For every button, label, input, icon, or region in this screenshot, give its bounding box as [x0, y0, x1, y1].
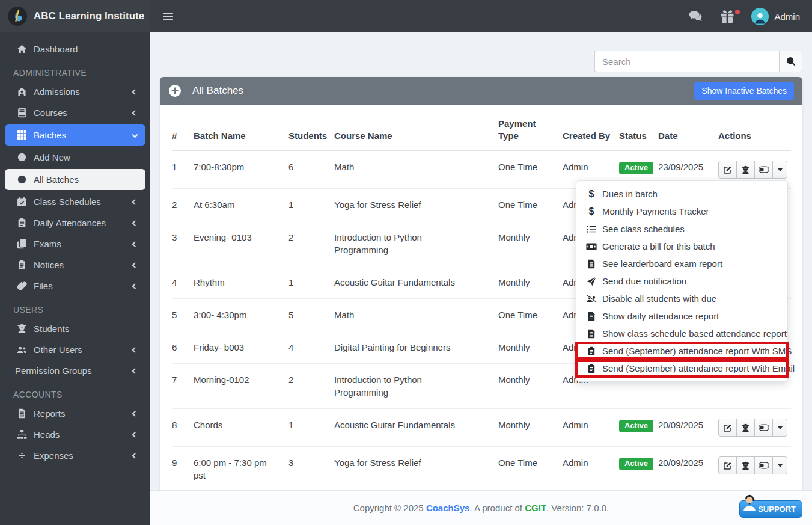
brand-title: ABC Learning Institute [34, 10, 144, 22]
panel-title: All Batches [192, 85, 243, 97]
dollar-icon: $ [586, 207, 597, 216]
edit-icon [723, 165, 732, 174]
batch-students-button[interactable] [736, 161, 755, 179]
sidebar-item-courses[interactable]: Courses [0, 102, 150, 123]
support-button[interactable]: SUPPORT [739, 500, 802, 518]
clipboard-icon [17, 260, 27, 270]
batch-students-button[interactable] [736, 456, 755, 474]
col-header-batch-name: Batch Name [194, 105, 288, 151]
sidebar-item-expenses[interactable]: ÷ Expenses [0, 445, 150, 466]
notification-dot [735, 10, 740, 14]
sidebar-item-batches[interactable]: Batches [5, 124, 145, 146]
calendar-check-icon [17, 197, 27, 207]
menu-item-see-class-schedules[interactable]: See class schedules [576, 220, 787, 238]
sidebar-item-exams[interactable]: Exams [0, 233, 150, 254]
sidebar-item-all-batches[interactable]: All Batches [5, 169, 145, 190]
edit-batch-button[interactable] [718, 419, 737, 437]
caret-down-icon [777, 462, 783, 468]
support-agent-icon [740, 492, 759, 512]
sitemap-icon [17, 429, 27, 440]
clipboard-icon [586, 364, 597, 373]
top-navbar: ABC Learning Institute Admin [0, 0, 812, 32]
chevron-left-icon [132, 453, 138, 459]
menu-item-dues-in-batch[interactable]: $ Dues in batch [576, 185, 787, 203]
sidebar-toggle-button[interactable] [155, 4, 180, 28]
search-input[interactable] [594, 51, 779, 72]
menu-item-disable-students-with-due[interactable]: Disable all students with due [576, 290, 787, 307]
user-graduate-icon [17, 324, 27, 334]
add-batch-button[interactable] [168, 84, 182, 97]
search-button[interactable] [779, 51, 802, 72]
app-root: ABC Learning Institute Admin Dashboard A… [0, 0, 812, 525]
col-header-actions: Actions [718, 105, 791, 151]
menu-item-send-due-notification[interactable]: Send due notification [576, 272, 787, 290]
menu-item-monthly-payments-tracker[interactable]: $ Monthly Payments Tracker [576, 203, 787, 220]
toggle-icon [759, 462, 769, 469]
col-header-course-name: Course Name [334, 105, 498, 151]
sidebar: Dashboard ADMINISTRATIVE Admissions Cour… [0, 32, 150, 525]
chevron-left-icon [132, 241, 138, 247]
sidebar-item-other-users[interactable]: Other Users [0, 339, 150, 360]
more-actions-dropdown-toggle[interactable] [772, 419, 787, 437]
more-actions-dropdown-toggle[interactable] [772, 456, 787, 474]
user-graduate-icon [741, 461, 750, 470]
batch-actions-menu: $ Dues in batch $ Monthly Payments Track… [576, 180, 788, 382]
sidebar-item-notices[interactable]: Notices [0, 254, 150, 275]
sidebar-section-users: USERS [0, 296, 150, 318]
menu-item-daily-attendance-report[interactable]: Show daily attendance report [576, 307, 787, 325]
more-actions-dropdown-toggle[interactable] [772, 161, 787, 179]
copyright-text: Copyright © 2025 CoachSys. A product of … [353, 503, 609, 513]
menu-item-leaderboard-exam-report[interactable]: See learderboard exam report [576, 255, 787, 272]
sidebar-item-heads[interactable]: Heads [0, 424, 150, 445]
chat-icon [689, 9, 703, 23]
sidebar-item-class-schedules[interactable]: Class Schedules [0, 191, 150, 212]
col-header-date: Date [658, 105, 718, 151]
rewards-button[interactable] [720, 9, 734, 23]
row-actions [718, 419, 787, 437]
toggle-status-button[interactable] [754, 419, 773, 437]
menu-item-class-schedule-attendance-report[interactable]: Show class schedule based attendance rep… [576, 325, 787, 342]
show-inactive-batches-button[interactable]: Show Inactive Batches [694, 82, 794, 100]
navbar-right: Admin [689, 8, 812, 25]
toggle-status-button[interactable] [754, 161, 773, 179]
edit-batch-button[interactable] [718, 456, 737, 474]
sidebar-item-dashboard[interactable]: Dashboard [0, 38, 150, 60]
sidebar-item-admissions[interactable]: Admissions [0, 81, 150, 102]
copy-icon [17, 239, 27, 249]
sidebar-item-reports[interactable]: Reports [0, 403, 150, 424]
search-icon [786, 57, 796, 66]
toggle-status-button[interactable] [754, 456, 773, 474]
messages-button[interactable] [689, 9, 703, 23]
sidebar-item-add-new[interactable]: Add New [0, 147, 150, 168]
menu-item-send-attendance-report-email[interactable]: Send (September) attendance report With … [576, 360, 787, 377]
file-invoice-icon [586, 329, 597, 339]
status-badge: Active [619, 458, 653, 470]
sidebar-item-daily-attendances[interactable]: Daily Attendances [0, 212, 150, 233]
chevron-left-icon [132, 283, 138, 289]
page-footer: Copyright © 2025 CoachSys. A product of … [150, 490, 812, 525]
menu-item-send-attendance-report-sms[interactable]: Send (September) attendance report With … [576, 342, 787, 360]
coachsys-link[interactable]: CoachSys [426, 503, 470, 513]
gift-icon [720, 9, 734, 23]
col-header-students: Students [288, 105, 334, 151]
sidebar-item-permission-groups[interactable]: Permission Groups [0, 360, 150, 381]
circle-icon [17, 152, 27, 162]
app-logo-icon [7, 6, 28, 26]
user-menu[interactable]: Admin [751, 8, 800, 25]
menu-item-generate-bill[interactable]: Generate a bill for this batch [576, 238, 787, 255]
row-actions [718, 161, 787, 179]
chevron-left-icon [132, 411, 138, 417]
money-bill-icon [586, 242, 597, 251]
edit-batch-button[interactable] [718, 161, 737, 179]
sidebar-item-files[interactable]: Files [0, 275, 150, 296]
row-actions [718, 456, 787, 474]
table-row: 8 Chords 1 Acoustic Guitar Fundamentals … [172, 409, 791, 447]
batch-students-button[interactable] [736, 419, 755, 437]
toggle-icon [759, 166, 769, 173]
sidebar-item-students[interactable]: Students [0, 318, 150, 339]
chevron-left-icon [132, 110, 138, 116]
search-bar [160, 51, 802, 72]
table-row: 9 6:00 pm - 7:30 pm pst 3 Yoga for Stres… [172, 447, 791, 492]
cgit-link[interactable]: CGIT [525, 503, 546, 513]
chevron-left-icon [132, 347, 138, 353]
